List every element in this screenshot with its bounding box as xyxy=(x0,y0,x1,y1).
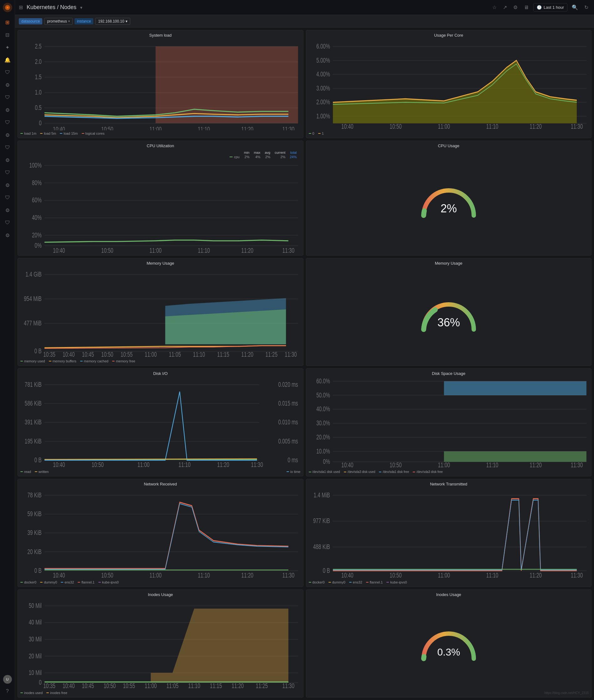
svg-text:10:50: 10:50 xyxy=(92,461,104,469)
svg-text:40.0%: 40.0% xyxy=(316,405,330,413)
svg-text:11:00: 11:00 xyxy=(150,126,162,130)
instance-tag[interactable]: instance xyxy=(74,18,94,25)
svg-text:0.020 ms: 0.020 ms xyxy=(278,381,298,388)
sidebar-item-home[interactable]: ⊞ xyxy=(2,17,13,28)
svg-text:977 KiB: 977 KiB xyxy=(313,517,330,524)
legend-load5m: load 5m xyxy=(40,131,56,135)
inodes-gauge-panel: Inodes Usage 0.3% xyxy=(306,590,592,698)
disk-io-legend: read written io time xyxy=(20,470,301,474)
sidebar-item-alerting[interactable]: 🔔 xyxy=(2,54,13,65)
monitor-button[interactable]: 🖥 xyxy=(522,3,531,12)
title-arrow: ▾ xyxy=(80,5,82,10)
svg-text:0.3%: 0.3% xyxy=(437,646,460,658)
sidebar-item-settings2[interactable]: ⚙ xyxy=(2,104,13,116)
legend-ens32-rx: ens32 xyxy=(61,580,74,584)
star-button[interactable]: ☆ xyxy=(490,2,498,12)
sidebar-item-shield6[interactable]: 🛡 xyxy=(2,192,13,203)
network-received-chart: 78 KiB 59 KiB 39 KiB 20 KiB 0 B 10:40 10… xyxy=(20,488,301,579)
legend-dummy0-tx: dummy0 xyxy=(328,580,345,584)
sidebar-item-shield4[interactable]: 🛡 xyxy=(2,142,13,153)
svg-marker-181 xyxy=(151,609,288,682)
disk-space-legend: /dev/sda1 disk used /dev/sda3 disk used … xyxy=(309,470,589,474)
chevron-down-icon: ▾ xyxy=(68,20,70,23)
svg-text:5.00%: 5.00% xyxy=(316,56,330,64)
svg-text:0%: 0% xyxy=(35,242,42,249)
datasource-tag[interactable]: datasource xyxy=(19,18,42,25)
cpu-utilization-chart: 100% 80% 60% 40% 20% 0% 10:40 10:50 11:0… xyxy=(20,162,301,253)
legend-sda3-used: /dev/sda3 disk used xyxy=(344,470,375,474)
network-transmitted-title: Network Transmitted xyxy=(309,482,589,486)
svg-text:2.00%: 2.00% xyxy=(316,98,330,106)
legend-core1: 1 xyxy=(318,131,324,135)
svg-text:0 B: 0 B xyxy=(34,456,42,464)
svg-text:10:45: 10:45 xyxy=(82,350,94,358)
disk-io-svg: 781 KiB 586 KiB 391 KiB 195 KiB 0 B 0.02… xyxy=(20,378,301,469)
disk-io-title: Disk I/O xyxy=(20,371,301,376)
svg-text:60%: 60% xyxy=(32,196,42,203)
share-button[interactable]: ↗ xyxy=(501,2,509,12)
legend-load1m: load 1m xyxy=(20,131,36,135)
prometheus-select[interactable]: prometheus ▾ xyxy=(44,18,72,25)
sidebar-item-shield7[interactable]: 🛡 xyxy=(2,217,13,228)
search-button[interactable]: 🔍 xyxy=(570,2,580,12)
sidebar-item-shield3[interactable]: 🛡 xyxy=(2,117,13,128)
instance-chevron-icon: ▾ xyxy=(126,19,127,24)
svg-text:11:20: 11:20 xyxy=(241,572,254,579)
network-received-legend: docker0 dummy0 ens32 flannel.1 kube-ipvs… xyxy=(20,580,301,584)
time-range-button[interactable]: 🕐 Last 1 hour xyxy=(533,3,567,11)
svg-text:11:20: 11:20 xyxy=(241,247,254,253)
filterbar: datasource prometheus ▾ instance 192.168… xyxy=(15,15,594,28)
svg-text:78 KiB: 78 KiB xyxy=(27,491,41,499)
legend-inodes-free: inodes free xyxy=(46,691,67,695)
sidebar-item-settings4[interactable]: ⚙ xyxy=(2,154,13,166)
legend-flannel-rx: flannel.1 xyxy=(78,580,95,584)
cpu-usage-gauge-panel: CPU Usage 2% xyxy=(306,140,592,256)
svg-point-2 xyxy=(7,7,8,8)
sidebar-item-settings7[interactable]: ⚙ xyxy=(2,230,13,241)
svg-text:10:40: 10:40 xyxy=(53,126,65,130)
svg-text:20 Mil: 20 Mil xyxy=(29,652,42,660)
svg-text:11:30: 11:30 xyxy=(283,247,295,253)
svg-text:11:10: 11:10 xyxy=(486,462,498,469)
system-load-title: System load xyxy=(20,33,301,38)
svg-text:2.5: 2.5 xyxy=(35,42,41,50)
svg-text:20.0%: 20.0% xyxy=(316,434,330,441)
svg-text:1.00%: 1.00% xyxy=(316,112,330,120)
user-avatar[interactable]: U xyxy=(3,675,12,684)
svg-text:50 Mil: 50 Mil xyxy=(29,602,42,609)
sidebar-item-shield2[interactable]: 🛡 xyxy=(2,92,13,103)
svg-text:59 KiB: 59 KiB xyxy=(27,510,41,518)
sidebar-item-help[interactable]: ? xyxy=(2,686,13,697)
svg-text:39 KiB: 39 KiB xyxy=(27,529,41,537)
sidebar-item-settings5[interactable]: ⚙ xyxy=(2,180,13,191)
legend-written: written xyxy=(35,470,48,474)
sidebar-item-dashboard[interactable]: ⊟ xyxy=(2,29,13,40)
svg-text:11:00: 11:00 xyxy=(137,461,150,469)
legend-kubeipvs-tx: kube-ipvs0 xyxy=(386,580,407,584)
network-transmitted-legend: docker0 dummy0 ens32 flannel.1 kube-ipvs… xyxy=(309,580,589,584)
legend-logical-cores: logical cores xyxy=(82,131,105,135)
svg-marker-126 xyxy=(444,451,586,462)
grid-icon: ⊞ xyxy=(19,4,23,10)
sidebar-item-shield5[interactable]: 🛡 xyxy=(2,167,13,178)
sidebar-item-shield1[interactable]: 🛡 xyxy=(2,67,13,78)
disk-space-chart: 60.0% 50.0% 40.0% 30.0% 20.0% 10.0% 0% 1… xyxy=(309,378,589,469)
legend-sda3-free: /dev/sda3 disk free xyxy=(413,470,443,474)
sidebar-item-settings3[interactable]: ⚙ xyxy=(2,129,13,140)
clock-icon: 🕐 xyxy=(537,5,542,10)
main-content: ⊞ Kubernetes / Nodes ▾ ☆ ↗ ⚙ 🖥 🕐 Last 1 … xyxy=(15,0,594,700)
sidebar-item-settings1[interactable]: ⚙ xyxy=(2,79,13,91)
settings-button[interactable]: ⚙ xyxy=(512,2,520,12)
svg-text:100%: 100% xyxy=(29,162,41,169)
svg-text:20 KiB: 20 KiB xyxy=(27,548,41,555)
legend-mem-buffers: memory buffers xyxy=(49,359,76,363)
sidebar-item-settings6[interactable]: ⚙ xyxy=(2,204,13,216)
sidebar-item-explore[interactable]: ✦ xyxy=(2,42,13,53)
instance-value[interactable]: 192.168.100.10 ▾ xyxy=(95,18,130,25)
refresh-button[interactable]: ↻ xyxy=(583,2,590,12)
svg-text:11:25: 11:25 xyxy=(266,350,278,358)
system-load-chart: 2.5 2.0 1.5 1.0 0.5 0 10:40 10:50 11:00 … xyxy=(20,39,301,130)
mem-gauge-svg: 36% xyxy=(418,295,480,336)
usage-per-core-legend: 0 1 xyxy=(309,131,589,135)
svg-text:11:00: 11:00 xyxy=(438,572,450,579)
